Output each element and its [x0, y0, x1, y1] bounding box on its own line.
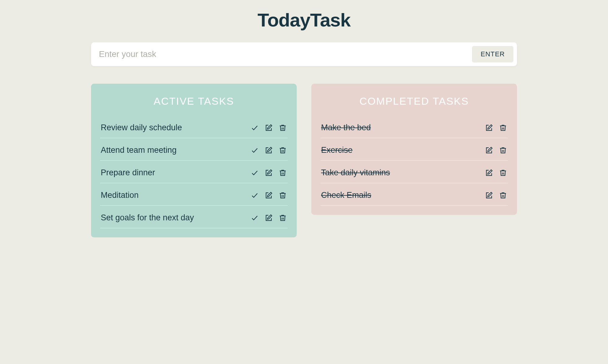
task-input[interactable]	[98, 47, 468, 61]
task-row: Check Emails	[320, 183, 508, 206]
task-row: Take daily vitamins	[320, 161, 508, 183]
trash-icon[interactable]	[499, 146, 507, 155]
task-columns: ACTIVE TASKS Review daily scheduleAttend…	[91, 84, 517, 237]
edit-icon[interactable]	[264, 124, 273, 132]
task-row: Set goals for the next day	[100, 206, 288, 228]
check-icon[interactable]	[250, 146, 259, 155]
active-tasks-panel: ACTIVE TASKS Review daily scheduleAttend…	[91, 84, 297, 237]
edit-icon[interactable]	[264, 214, 273, 222]
trash-icon[interactable]	[499, 169, 507, 177]
completed-tasks-panel: COMPLETED TASKS Make the bedExerciseTake…	[311, 84, 517, 215]
task-row: Make the bed	[320, 116, 508, 138]
trash-icon[interactable]	[499, 191, 507, 200]
check-icon[interactable]	[250, 191, 259, 200]
task-text: Make the bed	[321, 123, 371, 132]
enter-button[interactable]: ENTER	[472, 46, 513, 62]
trash-icon[interactable]	[278, 124, 287, 132]
trash-icon[interactable]	[278, 191, 287, 200]
active-task-list: Review daily scheduleAttend team meeting…	[100, 116, 288, 228]
task-text: Attend team meeting	[101, 145, 176, 155]
completed-tasks-title: COMPLETED TASKS	[320, 95, 508, 107]
task-text: Take daily vitamins	[321, 168, 390, 177]
task-text: Set goals for the next day	[101, 213, 194, 222]
task-row: Prepare dinner	[100, 161, 288, 183]
task-row: Exercise	[320, 138, 508, 161]
trash-icon[interactable]	[278, 214, 287, 222]
task-text: Meditation	[101, 191, 139, 200]
task-actions	[250, 146, 287, 155]
edit-icon[interactable]	[485, 124, 493, 132]
task-text: Prepare dinner	[101, 168, 155, 177]
task-row: Review daily schedule	[100, 116, 288, 138]
trash-icon[interactable]	[278, 146, 287, 155]
edit-icon[interactable]	[264, 146, 273, 155]
task-actions	[485, 169, 507, 177]
trash-icon[interactable]	[278, 169, 287, 177]
task-row: Meditation	[100, 183, 288, 206]
active-tasks-title: ACTIVE TASKS	[100, 95, 288, 107]
edit-icon[interactable]	[485, 146, 493, 155]
task-text: Check Emails	[321, 191, 371, 200]
task-actions	[250, 124, 287, 132]
task-actions	[250, 214, 287, 222]
task-text: Exercise	[321, 145, 353, 155]
check-icon[interactable]	[250, 214, 259, 222]
task-actions	[250, 191, 287, 200]
task-actions	[485, 191, 507, 200]
edit-icon[interactable]	[264, 191, 273, 200]
task-actions	[485, 146, 507, 155]
task-actions	[250, 169, 287, 177]
edit-icon[interactable]	[485, 191, 493, 200]
check-icon[interactable]	[250, 169, 259, 177]
completed-task-list: Make the bedExerciseTake daily vitaminsC…	[320, 116, 508, 206]
task-input-bar: ENTER	[91, 42, 517, 66]
task-actions	[485, 124, 507, 132]
edit-icon[interactable]	[264, 169, 273, 177]
edit-icon[interactable]	[485, 169, 493, 177]
trash-icon[interactable]	[499, 124, 507, 132]
app-title: TodayTask	[0, 9, 608, 31]
check-icon[interactable]	[250, 124, 259, 132]
task-row: Attend team meeting	[100, 138, 288, 161]
main-container: ENTER ACTIVE TASKS Review daily schedule…	[91, 42, 517, 237]
task-text: Review daily schedule	[101, 123, 182, 132]
